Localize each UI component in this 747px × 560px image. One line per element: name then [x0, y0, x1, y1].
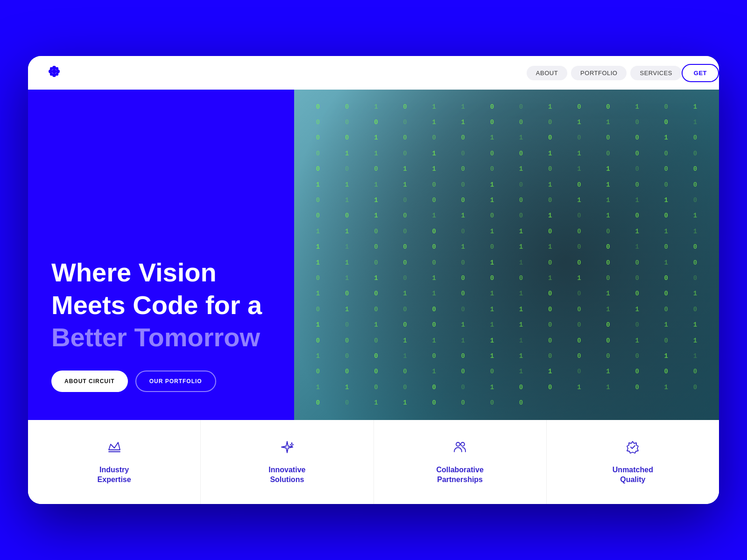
- device-frame: ABOUT PORTFOLIO SERVICES GET Where Visio…: [28, 56, 719, 504]
- binary-char: 1: [681, 286, 710, 301]
- nav-cta-button[interactable]: GET: [682, 64, 719, 82]
- binary-char: 1: [332, 301, 361, 317]
- binary-char: 0: [681, 177, 710, 192]
- binary-char: 0: [536, 255, 564, 270]
- binary-char: 0: [449, 130, 478, 146]
- binary-char: 0: [303, 192, 332, 208]
- binary-char: 1: [420, 208, 449, 224]
- svg-point-5: [56, 67, 58, 70]
- binary-char: 0: [449, 379, 478, 395]
- binary-char: 0: [361, 379, 390, 395]
- binary-char: 1: [507, 286, 536, 301]
- binary-char: 1: [361, 146, 390, 161]
- binary-char: 1: [361, 317, 390, 333]
- binary-char: 0: [449, 301, 478, 317]
- binary-char: 1: [478, 333, 507, 348]
- binary-char: 1: [420, 99, 449, 114]
- binary-char: 0: [420, 255, 449, 270]
- binary-char: 1: [507, 317, 536, 333]
- binary-char: 1: [593, 379, 622, 395]
- sparkle-icon: [280, 440, 295, 458]
- binary-char: 0: [681, 239, 710, 255]
- svg-point-2: [49, 70, 52, 73]
- binary-char: 0: [449, 395, 478, 411]
- binary-char: 1: [593, 208, 622, 224]
- binary-char: 0: [652, 208, 681, 224]
- binary-char: 0: [303, 270, 332, 286]
- nav-portfolio[interactable]: PORTFOLIO: [571, 66, 627, 80]
- binary-char: 1: [536, 239, 564, 255]
- binary-char: 1: [478, 286, 507, 301]
- binary-char: 1: [536, 364, 564, 379]
- binary-char: 0: [536, 333, 564, 348]
- binary-char: 0: [593, 270, 622, 286]
- binary-char: 0: [420, 177, 449, 192]
- hero-left-panel: Where Vision Meets Code for a Better Tom…: [28, 90, 294, 420]
- binary-char: 1: [623, 192, 652, 208]
- binary-char: 1: [536, 208, 564, 224]
- binary-char: 1: [593, 301, 622, 317]
- binary-char: 1: [332, 379, 361, 395]
- binary-char: 0: [564, 177, 593, 192]
- binary-char: 0: [623, 161, 652, 177]
- binary-char: 0: [536, 192, 564, 208]
- binary-char: 0: [623, 317, 652, 333]
- binary-char: 0: [536, 114, 564, 130]
- binary-char: 0: [478, 99, 507, 114]
- svg-point-4: [50, 67, 53, 70]
- binary-char: 1: [507, 364, 536, 379]
- binary-char: 0: [652, 286, 681, 301]
- binary-char: 0: [507, 177, 536, 192]
- about-circuit-button[interactable]: ABOUT CIRCUIT: [51, 371, 128, 392]
- binary-char: 1: [564, 114, 593, 130]
- binary-char: 0: [564, 364, 593, 379]
- binary-char: 0: [681, 255, 710, 270]
- binary-char: 1: [361, 208, 390, 224]
- binary-char: 0: [449, 161, 478, 177]
- binary-char: 0: [507, 395, 536, 411]
- binary-char: 1: [303, 224, 332, 239]
- binary-char: 1: [536, 177, 564, 192]
- binary-char: 1: [449, 114, 478, 130]
- binary-char: 1: [332, 224, 361, 239]
- binary-char: 0: [536, 161, 564, 177]
- binary-char: 0: [390, 146, 419, 161]
- binary-char: 0: [623, 255, 652, 270]
- binary-char: 0: [652, 333, 681, 348]
- binary-char: 1: [390, 395, 419, 411]
- binary-char: 0: [623, 208, 652, 224]
- binary-char: 1: [303, 348, 332, 364]
- hero-buttons: ABOUT CIRCUIT OUR PORTFOLIO: [51, 371, 271, 392]
- binary-char: 0: [449, 177, 478, 192]
- binary-char: 0: [652, 146, 681, 161]
- our-portfolio-button[interactable]: OUR PORTFOLIO: [135, 371, 216, 392]
- binary-char: 1: [593, 364, 622, 379]
- binary-char: 1: [478, 379, 507, 395]
- binary-char: 1: [332, 239, 361, 255]
- binary-char: 1: [507, 130, 536, 146]
- svg-point-3: [56, 70, 60, 73]
- binary-char: 0: [652, 177, 681, 192]
- binary-char: 0: [303, 99, 332, 114]
- binary-char: 0: [681, 379, 710, 395]
- binary-char: 0: [478, 364, 507, 379]
- binary-char: 1: [361, 270, 390, 286]
- binary-char: 0: [390, 364, 419, 379]
- binary-char: 0: [449, 192, 478, 208]
- innovative-solutions-label: InnovativeSolutions: [268, 465, 305, 485]
- binary-char: 1: [390, 161, 419, 177]
- people-icon: [452, 440, 467, 458]
- svg-point-0: [52, 66, 56, 70]
- binary-char: 0: [390, 239, 419, 255]
- binary-char: 1: [536, 270, 564, 286]
- nav-about[interactable]: ABOUT: [527, 66, 567, 80]
- binary-char: 1: [390, 177, 419, 192]
- binary-char: 1: [507, 301, 536, 317]
- binary-char: 0: [420, 379, 449, 395]
- logo[interactable]: [47, 64, 62, 82]
- binary-char: 1: [623, 333, 652, 348]
- binary-char: 0: [478, 239, 507, 255]
- binary-char: 0: [361, 224, 390, 239]
- binary-char: 0: [593, 348, 622, 364]
- hero-heading-line1: Where Vision: [51, 258, 271, 287]
